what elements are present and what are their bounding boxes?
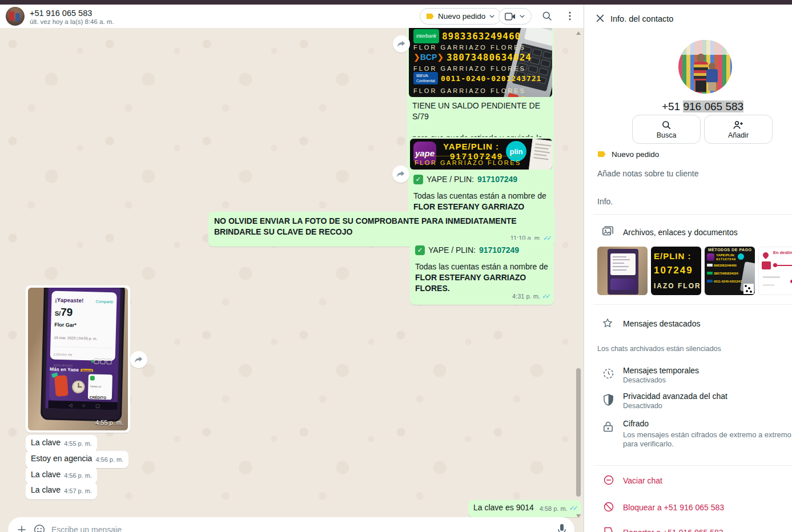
price-list-paper bbox=[529, 139, 552, 170]
panel-title: Info. del contacto bbox=[610, 14, 673, 23]
order-tag-icon bbox=[597, 150, 606, 159]
chat-column: +51 916 065 583 últ. vez hoy a la(s) 8:4… bbox=[0, 5, 584, 532]
clear-chat-row[interactable]: Vaciar chat bbox=[623, 476, 662, 485]
selected-text: 916 065 583 bbox=[683, 100, 743, 112]
interbank-account-number: 8983363249460 bbox=[442, 31, 521, 42]
disappearing-messages-icon bbox=[602, 368, 614, 382]
forward-message-button[interactable] bbox=[392, 166, 409, 183]
close-panel-icon[interactable] bbox=[594, 13, 606, 26]
scroll-down-arrow[interactable] bbox=[576, 514, 581, 518]
yape-plin-image[interactable]: yape YAPE/PLIN : 917107249 plin FLOR GAR… bbox=[410, 139, 552, 170]
lock-icon bbox=[603, 421, 613, 435]
new-order-label: Nuevo pedido bbox=[438, 12, 485, 21]
new-order-button[interactable]: Nuevo pedido bbox=[420, 8, 501, 25]
window-titlebar bbox=[0, 0, 792, 5]
message-input-bar[interactable]: Escribe un mensaje bbox=[8, 517, 574, 532]
block-icon bbox=[603, 501, 614, 515]
media-thumbnail-payment-methods[interactable]: MÉTODOS DE PAGO YAPE/PLIN: 917107249 898… bbox=[705, 247, 755, 295]
chevron-down-icon bbox=[489, 13, 495, 19]
video-call-button[interactable] bbox=[498, 8, 532, 25]
yape-plin-number: 917107249 bbox=[477, 174, 517, 185]
add-contact-button[interactable]: Añadir bbox=[704, 115, 773, 144]
incoming-message[interactable]: La clave4:55 p. m. bbox=[26, 435, 97, 452]
message-text: TIENE UN SALDO PENDIENTE DE S/79 bbox=[412, 100, 549, 122]
read-receipt-icon: ✓✓ bbox=[540, 292, 549, 300]
archived-note: Los chats archivados están silenciados bbox=[597, 345, 721, 353]
customer-notes-field[interactable]: Añade notas sobre tu cliente bbox=[597, 169, 698, 178]
contact-photo-large[interactable] bbox=[678, 40, 732, 94]
contact-name[interactable]: +51 916 065 583 bbox=[30, 9, 92, 18]
yape-receipt-photo[interactable]: ¡Yapeaste! Compartir S/79 Flor Gar* 16 m… bbox=[28, 288, 128, 430]
order-label-row[interactable]: Nuevo pedido bbox=[597, 150, 659, 159]
info-section-label: Info. bbox=[597, 197, 613, 206]
message-input[interactable]: Escribe un mensaje bbox=[51, 525, 552, 532]
incoming-message[interactable]: La clave4:56 p. m. bbox=[26, 467, 97, 484]
bcp-account-number: 38073480634024 bbox=[447, 52, 532, 63]
attach-plus-icon[interactable] bbox=[16, 524, 27, 532]
block-contact-row[interactable]: Bloquear a +51 916 065 583 bbox=[623, 503, 724, 512]
last-seen-status: últ. vez hoy a la(s) 8:46 a. m. bbox=[30, 18, 114, 25]
search-icon bbox=[661, 120, 672, 130]
star-icon bbox=[602, 317, 613, 331]
contact-avatar[interactable] bbox=[6, 7, 25, 26]
outgoing-message-key[interactable]: La clave es 9014 4:58 p. m.✓✓ bbox=[468, 500, 581, 517]
disappearing-messages-row[interactable]: Mensajes temporales bbox=[623, 366, 699, 375]
contact-info-panel: Info. del contacto +51 916 065 583 Busca… bbox=[584, 5, 792, 532]
green-check-emoji: ✓ bbox=[413, 175, 423, 184]
privacy-shield-icon bbox=[603, 394, 614, 408]
android-nav-bar: ◁○▢ bbox=[48, 400, 120, 410]
outgoing-message-yape-plin-2[interactable]: ✓ YAPE / PLIN: 917107249 Todas las cuent… bbox=[410, 240, 554, 305]
chat-scrollbar[interactable] bbox=[574, 28, 582, 532]
menu-kebab-icon[interactable] bbox=[564, 10, 576, 22]
emoji-icon[interactable] bbox=[33, 523, 46, 532]
incoming-message[interactable]: La clave4:57 p. m. bbox=[26, 482, 97, 499]
bcp-logo: ❯BCP❯ bbox=[413, 52, 444, 63]
bbva-account-number: 0011-0240-0201243721 bbox=[441, 73, 542, 84]
scroll-up-arrow[interactable] bbox=[576, 31, 581, 35]
bbva-logo: BBVAContinental bbox=[413, 72, 438, 84]
contact-phone-number[interactable]: +51 916 065 583 bbox=[584, 100, 792, 113]
search-icon[interactable] bbox=[541, 10, 553, 22]
media-row[interactable]: Archivos, enlaces y documentos bbox=[623, 228, 738, 237]
photo-timestamp: 4:55 p. m. bbox=[95, 417, 123, 428]
clear-chat-icon bbox=[603, 474, 614, 488]
chevron-down-icon bbox=[519, 13, 525, 19]
incoming-message[interactable]: Estoy en agencia4:56 p. m. bbox=[26, 451, 128, 468]
forward-message-button[interactable] bbox=[130, 351, 147, 368]
phone-in-photo: ¡Yapeaste! Compartir S/79 Flor Gar* 16 m… bbox=[42, 288, 123, 420]
media-thumbnail-yape-plin[interactable]: E/PLIN : 107249 IAZO FLOR bbox=[651, 247, 701, 295]
scrollbar-thumb[interactable] bbox=[576, 368, 581, 497]
interbank-logo: interbank bbox=[413, 29, 439, 43]
person-add-icon bbox=[733, 120, 744, 130]
green-check-emoji: ✓ bbox=[415, 245, 425, 255]
bank-accounts-image[interactable]: interbank 8983363249460 FLOR GARRIAZO FL… bbox=[409, 28, 552, 97]
yape-credit-ad: Tienes un CRÉDITO preaprobado bbox=[49, 370, 115, 402]
encryption-description: Los mensajes están cifrados de extremo a… bbox=[623, 430, 792, 449]
yape-plin-label: YAPE / PLIN: bbox=[427, 174, 474, 185]
message-list: interbank 8983363249460 FLOR GARRIAZO FL… bbox=[0, 28, 584, 532]
mic-icon[interactable] bbox=[557, 523, 566, 532]
chat-header[interactable]: +51 916 065 583 últ. vez hoy a la(s) 8:4… bbox=[0, 5, 584, 28]
encryption-row[interactable]: Cifrado bbox=[623, 419, 649, 428]
report-thumbs-down-icon bbox=[603, 526, 614, 532]
advanced-privacy-row[interactable]: Privacidad avanzada del chat bbox=[623, 392, 727, 401]
search-contact-button[interactable]: Busca bbox=[632, 115, 701, 144]
incoming-photo-message[interactable]: ¡Yapeaste! Compartir S/79 Flor Gar* 16 m… bbox=[26, 285, 130, 433]
starred-messages-row[interactable]: Mensajes destacados bbox=[623, 319, 700, 328]
order-tag-icon bbox=[426, 12, 435, 21]
media-thumbnail-delivery[interactable]: En destino bbox=[758, 247, 792, 295]
forward-message-button[interactable] bbox=[393, 35, 410, 53]
media-icon bbox=[601, 225, 614, 240]
media-thumbnail-photo[interactable] bbox=[597, 247, 648, 295]
video-camera-icon bbox=[505, 13, 516, 21]
report-contact-row[interactable]: Reportar a +51 916 065 583 bbox=[623, 528, 723, 532]
whatsapp-window: +51 916 065 583 últ. vez hoy a la(s) 8:4… bbox=[0, 0, 792, 532]
